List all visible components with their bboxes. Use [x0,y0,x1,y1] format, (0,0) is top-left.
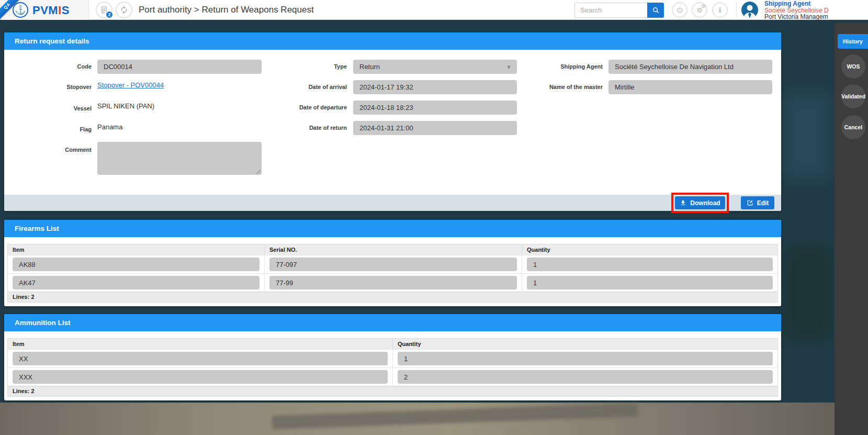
power-icon [676,6,684,14]
table-row: AK88 77-097 1 [8,255,777,273]
firearms-table-header: Item Serial NO. Quantity [8,244,777,255]
ammunition-table: Item Quantity XX 1 XXX 2 Lines: 2 [7,338,778,397]
details-footer-bar: Download Edit [4,195,781,211]
documents-count-badge: 2 [105,10,114,19]
column-header-quantity: Quantity [522,244,777,255]
firearm-quantity-field[interactable]: 1 [527,258,773,271]
firearm-serial-field[interactable]: 77-99 [269,276,517,289]
column-header-quantity: Quantity [393,339,777,349]
firearms-panel-title: Firearms List [4,220,781,237]
date-of-departure-field[interactable]: 2024-01-18 18:23 [353,101,517,115]
return-request-details-panel: Return request details Code DC00014 Stop… [4,32,781,211]
shipping-agent-field[interactable]: Société Seychelloise De Navigation Ltd [608,60,772,74]
vessel-value: SPIL NIKEN (PAN) [97,102,154,110]
search-bar [574,3,664,18]
edit-button[interactable]: Edit [741,196,774,209]
status-sidebar: History WOS Validated Cancel [835,23,868,435]
user-role: Shipping Agent [764,1,868,7]
firearm-item-field[interactable]: AK47 [13,276,260,289]
background-photo-detail [783,94,830,178]
ammo-quantity-field[interactable]: 2 [398,370,773,384]
avatar[interactable] [741,2,758,18]
comment-label: Comment [4,147,92,153]
app-window: QA ⚓ PVMIS 2 Port authority > Return of … [0,0,868,435]
code-field[interactable]: DC00014 [97,60,262,74]
refresh-icon [120,6,128,14]
info-icon: i [719,6,721,15]
vessel-label: Vessel [4,105,92,111]
ammo-item-field[interactable]: XX [13,352,388,365]
ammunition-list-panel: Ammunition List Item Quantity XX 1 XXX 2… [4,314,781,400]
top-header-bar: QA ⚓ PVMIS 2 Port authority > Return of … [0,0,868,20]
firearm-item-field[interactable]: AK88 [13,258,260,271]
ammunition-lines-count: Lines: 2 [8,386,777,396]
date-of-arrival-field[interactable]: 2024-01-17 19:32 [353,80,517,94]
name-of-master-label: Name of the master [515,84,603,90]
table-row: XXX 2 [8,367,777,386]
ammunition-table-header: Item Quantity [8,339,777,349]
date-of-return-field[interactable]: 2024-01-31 21:00 [353,121,517,135]
info-button[interactable]: i [712,2,728,18]
stopover-link[interactable]: Stopover - POV00044 [97,81,164,89]
flag-label: Flag [4,126,92,132]
refresh-button[interactable] [116,2,132,18]
status-button-validated[interactable]: Validated [841,84,865,108]
anchor-logo-icon: ⚓ [13,2,28,18]
type-select[interactable]: Return ▼ [353,60,517,74]
shipping-agent-label: Shipping Agent [515,63,603,70]
search-icon [652,6,660,14]
table-row: AK47 77-99 1 [8,273,777,292]
date-of-arrival-label: Date of arrival [260,84,347,90]
history-button[interactable]: History [838,34,868,49]
ammunition-panel-title: Ammunition List [4,314,781,331]
flag-value: Panama [97,123,122,131]
firearms-table: Item Serial NO. Quantity AK88 77-097 1 A… [7,244,778,303]
firearms-list-panel: Firearms List Item Serial NO. Quantity A… [4,220,781,306]
documents-button[interactable]: 2 [96,2,112,18]
date-of-return-label: Date of return [260,125,347,131]
status-button-wos[interactable]: WOS [841,54,865,79]
user-info: Shipping Agent Société Seychelloise D Po… [764,1,868,20]
panel-title: Return request details [4,32,781,50]
comment-field[interactable] [97,142,262,175]
breadcrumb: Port authority > Return of Weapons Reque… [139,5,314,15]
table-row: XX 1 [8,349,777,367]
column-header-serial: Serial NO. [265,244,522,255]
resize-handle-icon[interactable] [255,168,261,174]
download-button[interactable]: Download [675,196,725,209]
firearms-lines-count: Lines: 2 [8,292,777,302]
search-input[interactable] [574,3,647,18]
code-label: Code [4,63,92,70]
background-photo-detail [785,246,832,340]
logout-button[interactable] [672,2,687,18]
user-organization: Port Victoria Managem [764,14,868,20]
search-button[interactable] [647,3,664,18]
person-icon [741,2,758,18]
date-of-departure-label: Date of departure [260,104,347,110]
logo-section: QA ⚓ PVMIS [0,0,89,20]
firearm-quantity-field[interactable]: 1 [527,276,773,289]
name-of-master-field[interactable]: Mirtille [608,80,772,94]
dropdown-arrow-icon: ▼ [506,64,512,70]
status-button-cancel[interactable]: Cancel [841,115,865,139]
firearm-serial-field[interactable]: 77-097 [269,258,517,271]
column-header-item: Item [8,339,393,349]
brand-title: PVMIS [32,4,70,17]
column-header-item: Item [8,244,265,255]
gears-icon: ⚙⚙ [696,6,703,14]
header-divider [736,2,737,18]
download-icon [680,199,686,206]
stopover-label: Stopover [4,84,92,90]
type-label: Type [260,63,347,70]
settings-button[interactable]: ⚙⚙ [692,2,707,18]
ammo-item-field[interactable]: XXX [13,370,388,384]
edit-icon [747,199,753,206]
ammo-quantity-field[interactable]: 1 [398,352,773,365]
details-form: Code DC00014 Stopover Stopover - POV0004… [4,50,781,195]
